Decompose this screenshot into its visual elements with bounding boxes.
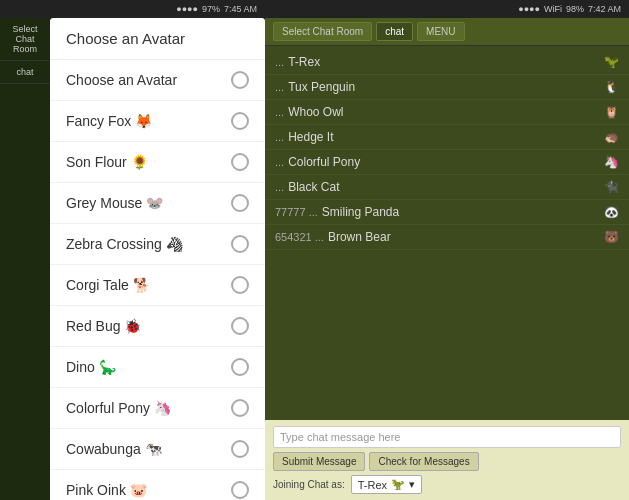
right-signal: ●●●● [518, 4, 540, 14]
radio-circle [231, 153, 249, 171]
chat-list-item[interactable]: ... T-Rex 🦖 [265, 50, 629, 75]
avatar-select-dropdown[interactable]: T-Rex 🦖 ▾ [351, 475, 422, 494]
avatar-item-label: Dino 🦕 [66, 359, 116, 375]
chat-list-item[interactable]: ... Black Cat 🐈‍⬛ [265, 175, 629, 200]
chat-prefix: ... [275, 181, 284, 193]
chat-name: Colorful Pony [288, 155, 600, 169]
chat-name: Hedge It [288, 130, 600, 144]
chat-prefix: ... [275, 131, 284, 143]
avatar-item-label: Red Bug 🐞 [66, 318, 141, 334]
tab-menu[interactable]: MENU [417, 22, 464, 41]
left-time: 7:45 AM [224, 4, 257, 14]
radio-circle [231, 399, 249, 417]
radio-circle [231, 194, 249, 212]
right-time: 7:42 AM [588, 4, 621, 14]
radio-circle [231, 317, 249, 335]
chat-name: T-Rex [288, 55, 600, 69]
chat-list-item[interactable]: ... Tux Penguin 🐧 [265, 75, 629, 100]
avatar-item[interactable]: Pink Oink 🐷 [50, 470, 265, 500]
left-battery: 97% [202, 4, 220, 14]
chat-avatar-emoji: 🐈‍⬛ [604, 180, 619, 194]
avatar-item-label: Pink Oink 🐷 [66, 482, 147, 498]
avatar-item[interactable]: Cowabunga 🐄 [50, 429, 265, 470]
chat-message-placeholder: Type chat message here [273, 426, 621, 448]
chat-list-item[interactable]: ... Hedge It 🦔 [265, 125, 629, 150]
chat-avatar-emoji: 🦉 [604, 105, 619, 119]
radio-circle [231, 235, 249, 253]
avatar-modal: Choose an Avatar Choose an Avatar Fancy … [50, 18, 265, 500]
chat-avatar-emoji: 🦔 [604, 130, 619, 144]
chat-list-item[interactable]: ... Colorful Pony 🦄 [265, 150, 629, 175]
avatar-item-label: Zebra Crossing 🦓 [66, 236, 183, 252]
radio-circle [231, 276, 249, 294]
sidebar-tab-select[interactable]: Select Chat Room [0, 18, 50, 61]
chat-list-item[interactable]: 77777 ... Smiling Panda 🐼 [265, 200, 629, 225]
chat-avatar-emoji: 🦖 [604, 55, 619, 69]
avatar-item[interactable]: Colorful Pony 🦄 [50, 388, 265, 429]
chat-input-area: Type chat message here Submit Message Ch… [265, 420, 629, 500]
chat-list: ... T-Rex 🦖 ... Tux Penguin 🐧 ... Whoo O… [265, 46, 629, 420]
avatar-item[interactable]: Zebra Crossing 🦓 [50, 224, 265, 265]
right-status-bar: ●●●● WiFi 98% 7:42 AM [265, 0, 629, 18]
chat-prefix: ... [275, 106, 284, 118]
submit-message-button[interactable]: Submit Message [273, 452, 365, 471]
chat-prefix: 77777 ... [275, 206, 318, 218]
chat-prefix: ... [275, 56, 284, 68]
right-header: Select Chat Room chat MENU [265, 18, 629, 46]
check-messages-button[interactable]: Check for Messages [369, 452, 478, 471]
chat-name: Whoo Owl [288, 105, 600, 119]
chat-prefix: ... [275, 156, 284, 168]
avatar-item-label: Fancy Fox 🦊 [66, 113, 152, 129]
joining-row: Joining Chat as: T-Rex 🦖 ▾ [273, 475, 621, 494]
avatar-item-label: Son Flour 🌻 [66, 154, 148, 170]
avatar-list[interactable]: Choose an Avatar Fancy Fox 🦊 Son Flour 🌻… [50, 60, 265, 500]
chat-name: Smiling Panda [322, 205, 600, 219]
selected-avatar-name: T-Rex [358, 479, 387, 491]
chevron-down-icon: ▾ [409, 478, 415, 491]
left-panel: ●●●● 97% 7:45 AM Select Chat Room chat C… [0, 0, 265, 500]
right-wifi: WiFi [544, 4, 562, 14]
chat-name: Brown Bear [328, 230, 600, 244]
avatar-item[interactable]: Corgi Tale 🐕 [50, 265, 265, 306]
radio-circle [231, 71, 249, 89]
selected-avatar-emoji: 🦖 [391, 478, 405, 491]
avatar-item-label: Grey Mouse 🐭 [66, 195, 163, 211]
avatar-item-label: Choose an Avatar [66, 72, 177, 88]
chat-avatar-emoji: 🐻 [604, 230, 619, 244]
avatar-item[interactable]: Grey Mouse 🐭 [50, 183, 265, 224]
chat-list-item[interactable]: 654321 ... Brown Bear 🐻 [265, 225, 629, 250]
chat-name: Black Cat [288, 180, 600, 194]
chat-avatar-emoji: 🐧 [604, 80, 619, 94]
tab-select-chat-room[interactable]: Select Chat Room [273, 22, 372, 41]
chat-prefix: ... [275, 81, 284, 93]
right-battery: 98% [566, 4, 584, 14]
avatar-item-label: Cowabunga 🐄 [66, 441, 162, 457]
chat-prefix: 654321 ... [275, 231, 324, 243]
chat-name: Tux Penguin [288, 80, 600, 94]
avatar-item[interactable]: Fancy Fox 🦊 [50, 101, 265, 142]
radio-circle [231, 358, 249, 376]
tab-chat[interactable]: chat [376, 22, 413, 41]
left-signal: ●●●● [176, 4, 198, 14]
avatar-item[interactable]: Dino 🦕 [50, 347, 265, 388]
left-sidebar: Select Chat Room chat [0, 0, 50, 500]
left-status-bar: ●●●● 97% 7:45 AM [0, 0, 265, 18]
radio-circle [231, 440, 249, 458]
chat-list-item[interactable]: ... Whoo Owl 🦉 [265, 100, 629, 125]
chat-avatar-emoji: 🦄 [604, 155, 619, 169]
avatar-item[interactable]: Choose an Avatar [50, 60, 265, 101]
radio-circle [231, 112, 249, 130]
joining-label: Joining Chat as: [273, 479, 345, 490]
avatar-item[interactable]: Red Bug 🐞 [50, 306, 265, 347]
chat-avatar-emoji: 🐼 [604, 205, 619, 219]
avatar-item[interactable]: Son Flour 🌻 [50, 142, 265, 183]
radio-circle [231, 481, 249, 499]
right-panel: ●●●● WiFi 98% 7:42 AM Select Chat Room c… [265, 0, 629, 500]
chat-buttons: Submit Message Check for Messages [273, 452, 621, 471]
avatar-item-label: Corgi Tale 🐕 [66, 277, 150, 293]
avatar-modal-title: Choose an Avatar [50, 18, 265, 60]
sidebar-tab-chat[interactable]: chat [0, 61, 50, 84]
avatar-item-label: Colorful Pony 🦄 [66, 400, 171, 416]
